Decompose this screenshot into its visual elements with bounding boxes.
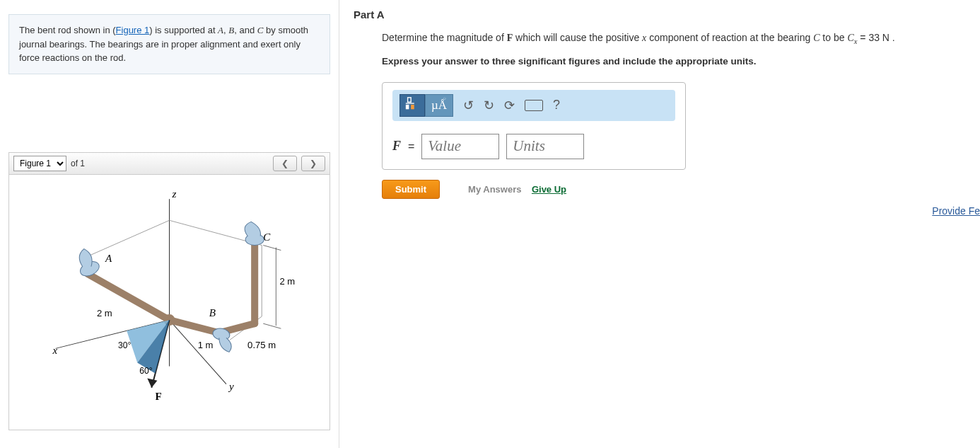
figure-link[interactable]: Figure 1 <box>116 25 150 35</box>
figure-selector[interactable]: Figure 1 <box>13 156 66 171</box>
chevron-right-icon: ❯ <box>310 159 317 168</box>
svg-text:B: B <box>209 307 216 318</box>
undo-button[interactable]: ↺ <box>463 98 474 113</box>
problem-text: , and <box>234 25 257 35</box>
give-up-link[interactable]: Give Up <box>532 184 566 195</box>
svg-text:2 m: 2 m <box>97 308 112 318</box>
undo-icon: ↺ <box>463 98 474 113</box>
figure-panel: Figure 1 of 1 ❮ ❯ <box>8 152 330 430</box>
q-text: Determine the magnitude of <box>382 32 507 43</box>
part-label: Part A <box>354 8 980 21</box>
chevron-left-icon: ❮ <box>281 159 288 168</box>
templates-button[interactable] <box>399 94 425 117</box>
reset-icon: ⟳ <box>504 98 515 113</box>
problem-text: ) is supported at <box>149 25 218 35</box>
redo-icon: ↻ <box>484 98 494 113</box>
force-symbol: F <box>507 33 513 43</box>
value-input[interactable] <box>421 134 499 159</box>
q-text: to be <box>819 32 847 43</box>
point-a: A <box>218 25 223 35</box>
figure-next-button[interactable]: ❯ <box>301 156 325 171</box>
figure-canvas: z x y A B C F 2 m 2 m 1 m 0.75 m 30° 60° <box>9 175 329 430</box>
svg-rect-30 <box>406 105 409 109</box>
svg-text:A: A <box>105 252 112 263</box>
submit-row: Submit My Answers Give Up <box>382 180 980 199</box>
provide-feedback-link[interactable]: Provide Fe <box>932 205 980 217</box>
my-answers-label: My Answers <box>468 184 521 195</box>
svg-text:y: y <box>228 380 234 391</box>
figure-toolbar: Figure 1 of 1 ❮ ❯ <box>9 153 329 175</box>
answer-variable: F <box>392 139 401 154</box>
answer-toolbar: ○ µÅ ↺ ↻ ⟳ ? <box>392 90 675 121</box>
ring-accent-icon: ○ <box>443 96 446 100</box>
help-icon: ? <box>553 98 560 113</box>
svg-text:0.75 m: 0.75 m <box>247 340 276 350</box>
instruction-text: Express your answer to three significant… <box>382 56 980 67</box>
mu-a-label: µÅ <box>431 98 447 113</box>
svg-rect-31 <box>411 105 414 109</box>
fraction-template-icon <box>404 96 420 114</box>
q-text: which will cause the positive <box>513 32 642 43</box>
units-input[interactable] <box>506 134 584 159</box>
question-text: Determine the magnitude of F which will … <box>382 30 980 47</box>
svg-text:30°: 30° <box>118 340 131 350</box>
svg-text:x: x <box>52 345 58 356</box>
svg-text:C: C <box>263 231 271 242</box>
svg-marker-12 <box>147 378 157 387</box>
answer-box: ○ µÅ ↺ ↻ ⟳ ? F = <box>382 82 686 170</box>
help-button[interactable]: ? <box>553 98 560 113</box>
svg-text:2 m: 2 m <box>279 275 295 286</box>
svg-line-5 <box>170 320 219 333</box>
svg-text:z: z <box>172 188 177 200</box>
cx-symbol: C <box>847 33 853 43</box>
keyboard-icon <box>525 100 543 111</box>
svg-text:F: F <box>155 390 161 401</box>
q-text: component of reaction at the bearing <box>646 32 813 43</box>
svg-line-13 <box>263 245 281 250</box>
reset-button[interactable]: ⟳ <box>504 98 515 113</box>
svg-rect-29 <box>408 98 412 102</box>
redo-button[interactable]: ↻ <box>484 98 494 113</box>
special-chars-button[interactable]: ○ µÅ <box>425 94 453 117</box>
svg-text:1 m: 1 m <box>198 340 214 350</box>
figure-count-label: of 1 <box>71 159 85 168</box>
submit-button[interactable]: Submit <box>382 180 440 199</box>
answer-row: F = <box>392 134 675 159</box>
svg-text:60°: 60° <box>139 365 152 375</box>
q-text: = 33 N . <box>857 32 894 43</box>
figure-prev-button[interactable]: ❮ <box>273 156 297 171</box>
equals-sign: = <box>408 140 414 153</box>
problem-statement: The bent rod shown in (Figure 1) is supp… <box>8 14 330 74</box>
svg-line-14 <box>263 323 281 328</box>
problem-text: The bent rod shown in ( <box>19 25 116 35</box>
keyboard-button[interactable] <box>525 100 543 111</box>
